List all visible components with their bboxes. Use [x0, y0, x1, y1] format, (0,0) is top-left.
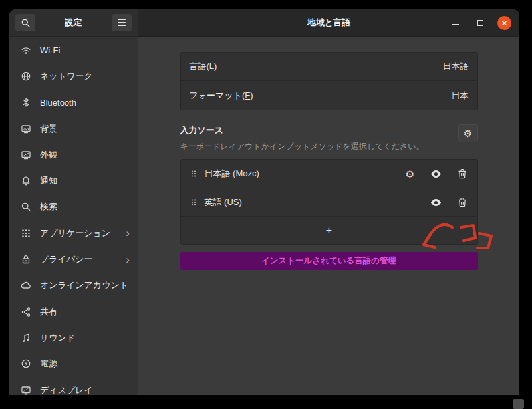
- input-source-row-japanese-mozc[interactable]: 日本語 (Mozc) ⚙: [181, 160, 477, 188]
- minimize-icon: [452, 24, 459, 25]
- manage-installed-languages-button[interactable]: インストールされている言語の管理: [180, 252, 478, 270]
- chevron-right-icon: ›: [126, 227, 130, 239]
- menu-button[interactable]: [112, 14, 132, 31]
- search-icon: [21, 18, 31, 28]
- display-icon: [21, 385, 31, 396]
- sidebar-item-search[interactable]: 検索: [9, 194, 138, 220]
- language-label: 言語(L): [190, 61, 217, 72]
- language-row[interactable]: 言語(L) 日本語: [181, 53, 477, 81]
- maximize-icon: [477, 20, 483, 26]
- sidebar-item-label: ディスプレイ: [40, 384, 93, 396]
- sidebar-item-label: アプリケーション: [40, 227, 110, 239]
- sidebar-item-display[interactable]: ディスプレイ: [9, 377, 138, 395]
- format-value: 日本: [452, 90, 469, 102]
- background-icon: [21, 124, 31, 134]
- region-language-panel: 言語(L) 日本語 フォーマット(F) 日本 入力ソース キーボードレイアウトか…: [138, 37, 519, 395]
- sidebar-item-label: 外観: [40, 149, 57, 161]
- sidebar-item-label: 通知: [40, 175, 57, 187]
- format-row[interactable]: フォーマット(F) 日本: [181, 81, 477, 110]
- input-source-view-layout-button[interactable]: [430, 196, 442, 208]
- format-label: フォーマット(F): [190, 90, 253, 102]
- window-controls: ×: [448, 15, 519, 30]
- sidebar-item-label: オンラインアカウント: [40, 279, 128, 291]
- input-source-settings-button[interactable]: ⚙: [404, 168, 416, 180]
- sidebar-item-bluetooth[interactable]: Bluetooth: [9, 90, 138, 116]
- sidebar-item-label: サウンド: [40, 332, 75, 344]
- sidebar-item-wifi[interactable]: Wi-Fi: [9, 37, 138, 63]
- language-format-card: 言語(L) 日本語 フォーマット(F) 日本: [180, 52, 478, 110]
- cloud-icon: [21, 280, 31, 291]
- input-source-label: 日本語 (Mozc): [205, 168, 259, 180]
- input-source-remove-button[interactable]: [456, 196, 468, 208]
- sidebar-item-sound[interactable]: サウンド: [9, 325, 138, 350]
- sidebar-item-notifications[interactable]: 通知: [9, 168, 138, 194]
- language-value: 日本語: [443, 61, 469, 72]
- search-icon: [21, 202, 31, 212]
- trash-icon: [458, 197, 467, 207]
- sidebar-item-label: Wi-Fi: [40, 45, 60, 55]
- sidebar-item-label: プライバシー: [40, 253, 93, 265]
- sidebar-item-privacy[interactable]: プライバシー ›: [9, 246, 138, 272]
- input-source-remove-button[interactable]: [456, 168, 468, 180]
- bell-icon: [21, 176, 31, 186]
- drag-handle-icon[interactable]: [190, 197, 197, 207]
- plus-icon: +: [326, 225, 332, 237]
- window-body: Wi-Fi ネットワーク Bluetooth: [9, 37, 519, 395]
- app-title: 設定: [65, 17, 82, 29]
- hamburger-icon: [118, 19, 126, 27]
- sidebar-item-network[interactable]: ネットワーク: [9, 63, 138, 89]
- globe-icon: [21, 71, 31, 82]
- lock-icon: [21, 254, 31, 265]
- titlebar: 設定 地域と言語 ×: [9, 9, 519, 37]
- input-sources-options-button[interactable]: ⚙: [458, 124, 478, 142]
- apps-grid-icon: [21, 228, 31, 239]
- appearance-icon: [21, 150, 31, 160]
- sidebar-item-applications[interactable]: アプリケーション ›: [9, 220, 138, 246]
- power-icon: [21, 358, 31, 369]
- sidebar-item-background[interactable]: 背景: [9, 116, 138, 142]
- maximize-button[interactable]: [473, 15, 487, 30]
- settings-window: 設定 地域と言語 ×: [9, 9, 519, 395]
- sidebar-item-label: ネットワーク: [40, 70, 93, 82]
- input-sources-subtitle: キーボードレイアウトかインプットメソッドを選択してください。: [180, 141, 424, 152]
- sidebar-item-label: 共有: [40, 306, 57, 318]
- input-source-row-english-us[interactable]: 英語 (US): [181, 188, 477, 217]
- page-title: 地域と言語: [307, 17, 350, 29]
- eye-icon: [430, 198, 442, 207]
- desktop-fragment: [513, 399, 524, 409]
- sidebar-item-label: Bluetooth: [40, 98, 76, 108]
- titlebar-sidebar-section: 設定: [9, 9, 138, 37]
- chevron-right-icon: ›: [126, 254, 130, 265]
- desktop: 設定 地域と言語 ×: [0, 0, 532, 409]
- gear-icon: ⚙: [464, 128, 472, 138]
- music-note-icon: [21, 333, 31, 343]
- sidebar-item-label: 電源: [40, 358, 57, 370]
- input-source-view-layout-button[interactable]: [430, 168, 442, 180]
- input-source-label: 英語 (US): [205, 196, 242, 208]
- close-button[interactable]: ×: [497, 16, 511, 30]
- sidebar-item-label: 背景: [40, 123, 57, 135]
- bluetooth-icon: [21, 97, 31, 108]
- sidebar-item-sharing[interactable]: 共有: [9, 299, 138, 325]
- minimize-button[interactable]: [448, 15, 463, 30]
- sidebar-item-power[interactable]: 電源: [9, 351, 138, 377]
- wifi-icon: [21, 45, 31, 56]
- trash-icon: [458, 168, 467, 179]
- sidebar-item-appearance[interactable]: 外観: [9, 142, 138, 168]
- share-icon: [21, 307, 31, 317]
- input-sources-list: 日本語 (Mozc) ⚙: [180, 159, 478, 245]
- drag-handle-icon[interactable]: [190, 168, 197, 179]
- sidebar-item-online-accounts[interactable]: オンラインアカウント: [9, 273, 138, 299]
- input-sources-header: 入力ソース キーボードレイアウトかインプットメソッドを選択してください。 ⚙: [180, 124, 478, 152]
- sidebar-item-label: 検索: [40, 201, 57, 213]
- add-input-source-button[interactable]: +: [181, 217, 477, 244]
- sidebar: Wi-Fi ネットワーク Bluetooth: [9, 37, 138, 395]
- input-sources-title: 入力ソース: [180, 124, 424, 136]
- titlebar-main-section: 地域と言語 ×: [138, 9, 519, 37]
- search-button[interactable]: [15, 14, 35, 31]
- eye-icon: [430, 170, 442, 178]
- gear-icon: ⚙: [406, 169, 414, 179]
